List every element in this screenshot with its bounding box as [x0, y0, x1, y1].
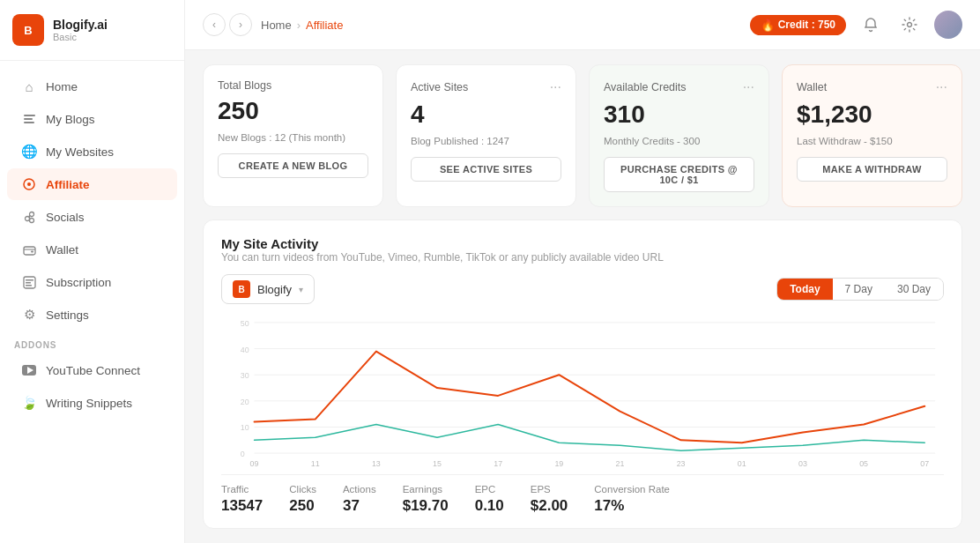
svg-text:05: 05 — [859, 459, 868, 467]
period-30day-button[interactable]: 30 Day — [885, 279, 943, 300]
logo-text: Blogify.ai Basic — [53, 18, 108, 42]
sidebar-item-label: Writing Snippets — [46, 397, 132, 410]
card-more-icon[interactable]: ··· — [550, 79, 561, 95]
credit-label: Credit : 750 — [778, 19, 835, 31]
blogs-icon — [21, 111, 37, 127]
topbar-right: 🔥 Credit : 750 — [750, 11, 962, 39]
sidebar-item-my-blogs[interactable]: My Blogs — [7, 103, 177, 135]
sidebar-item-settings[interactable]: ⚙ Settings — [7, 299, 177, 331]
card-header: Total Blogs — [218, 79, 368, 92]
card-title: Total Blogs — [218, 79, 271, 92]
sidebar-item-affiliate[interactable]: Affiliate — [7, 168, 177, 200]
sidebar-item-label: My Blogs — [46, 113, 95, 126]
snippets-icon: 🍃 — [21, 395, 37, 411]
site-label: Blogify — [257, 283, 292, 296]
svg-text:09: 09 — [250, 459, 259, 467]
stat-earnings: Earnings $19.70 — [403, 484, 449, 515]
sidebar-item-home[interactable]: ⌂ Home — [7, 71, 177, 102]
see-active-sites-button[interactable]: SEE ACTIVE SITES — [411, 157, 561, 182]
svg-text:01: 01 — [738, 459, 746, 467]
sidebar-item-label: Affiliate — [46, 178, 90, 191]
settings-gear-icon[interactable] — [895, 11, 924, 39]
notifications-icon[interactable] — [857, 11, 885, 39]
site-selector[interactable]: B Blogify ▾ — [221, 274, 315, 304]
card-number: 250 — [218, 97, 368, 125]
stat-actions: Actions 37 — [343, 484, 376, 515]
sidebar-item-label: YouTube Connect — [46, 364, 140, 377]
svg-text:19: 19 — [554, 459, 563, 467]
sidebar-item-label: Wallet — [46, 243, 78, 257]
card-title: Wallet — [797, 81, 827, 93]
youtube-icon — [21, 362, 37, 378]
svg-text:30: 30 — [241, 371, 249, 380]
card-title: Active Sites — [411, 81, 468, 93]
svg-text:17: 17 — [494, 459, 502, 467]
sidebar-item-label: My Websites — [46, 145, 114, 159]
stat-label: Clicks — [289, 484, 316, 495]
svg-text:13: 13 — [372, 459, 381, 467]
topbar: ‹ › Home › Affiliate 🔥 Credit : 750 — [185, 0, 980, 50]
app-plan: Basic — [53, 32, 108, 42]
make-withdraw-button[interactable]: MAKE A WITHDRAW — [797, 157, 947, 182]
svg-text:20: 20 — [241, 398, 249, 406]
svg-text:15: 15 — [433, 459, 442, 467]
main-nav: ⌂ Home My Blogs 🌐 My Websites Affiliate … — [0, 61, 184, 543]
avatar[interactable] — [934, 11, 962, 39]
svg-text:0: 0 — [241, 450, 245, 458]
stat-value: 37 — [343, 497, 376, 515]
stat-epc: EPC 0.10 — [475, 484, 504, 515]
websites-icon: 🌐 — [21, 144, 37, 160]
app-logo: B Blogify.ai Basic — [0, 0, 184, 61]
svg-rect-11 — [31, 250, 33, 252]
breadcrumb-home[interactable]: Home — [261, 19, 292, 32]
sidebar-item-my-websites[interactable]: 🌐 My Websites — [7, 136, 177, 167]
purchase-credits-button[interactable]: PURCHASE CREDITS @ 10C / $1 — [604, 157, 754, 192]
sidebar-item-socials[interactable]: Socials — [7, 201, 177, 233]
total-blogs-card: Total Blogs 250 New Blogs : 12 (This mon… — [203, 64, 383, 207]
stat-label: Traffic — [221, 484, 263, 495]
stat-label: EPS — [531, 484, 568, 495]
subscription-icon — [21, 274, 37, 290]
card-header: Wallet ··· — [797, 79, 947, 95]
create-new-blog-button[interactable]: CREATE A NEW BLOG — [218, 153, 368, 178]
sidebar-item-subscription[interactable]: Subscription — [7, 266, 177, 298]
active-sites-card: Active Sites ··· 4 Blog Published : 1247… — [396, 64, 576, 207]
sidebar-item-youtube-connect[interactable]: YouTube Connect — [7, 354, 177, 386]
wallet-card: Wallet ··· $1,230 Last Withdraw - $150 M… — [782, 64, 962, 207]
addons-label: ADDONS — [0, 331, 184, 353]
svg-point-4 — [27, 182, 31, 186]
sidebar-item-wallet[interactable]: Wallet — [7, 234, 177, 265]
stat-value: 13547 — [221, 497, 263, 515]
card-sub: Monthly Credits - 300 — [604, 136, 754, 146]
card-number: $1,230 — [797, 100, 947, 129]
sidebar-item-writing-snippets[interactable]: 🍃 Writing Snippets — [7, 387, 177, 419]
card-sub: Last Withdraw - $150 — [797, 136, 947, 146]
app-name: Blogify.ai — [53, 18, 108, 32]
card-more-icon[interactable]: ··· — [743, 79, 754, 95]
sidebar-item-label: Subscription — [46, 276, 111, 289]
sidebar: B Blogify.ai Basic ⌂ Home My Blogs 🌐 My … — [0, 0, 185, 543]
card-more-icon[interactable]: ··· — [936, 79, 947, 95]
chevron-down-icon: ▾ — [299, 285, 303, 294]
period-today-button[interactable]: Today — [777, 279, 832, 300]
card-sub: New Blogs : 12 (This month) — [218, 132, 368, 143]
credit-badge: 🔥 Credit : 750 — [750, 15, 846, 35]
card-title: Available Credits — [604, 81, 687, 93]
stat-eps: EPS $2.00 — [531, 484, 568, 515]
forward-button[interactable]: › — [229, 13, 252, 36]
svg-point-18 — [908, 23, 912, 27]
period-7day-button[interactable]: 7 Day — [833, 279, 885, 300]
home-icon: ⌂ — [21, 78, 37, 94]
site-logo-icon: B — [233, 280, 250, 298]
card-number: 310 — [604, 100, 754, 129]
stat-value: $19.70 — [403, 497, 449, 515]
chart-subtitle: You can turn videos from YouTube, Vimeo,… — [221, 251, 944, 264]
available-credits-card: Available Credits ··· 310 Monthly Credit… — [589, 64, 769, 207]
card-sub: Blog Published : 1247 — [411, 136, 561, 146]
chart-title: My Site Activity — [221, 236, 944, 251]
svg-text:21: 21 — [616, 459, 625, 467]
svg-rect-15 — [26, 285, 32, 286]
back-button[interactable]: ‹ — [203, 13, 226, 36]
logo-icon: B — [12, 14, 44, 46]
sidebar-item-label: Socials — [46, 211, 85, 224]
